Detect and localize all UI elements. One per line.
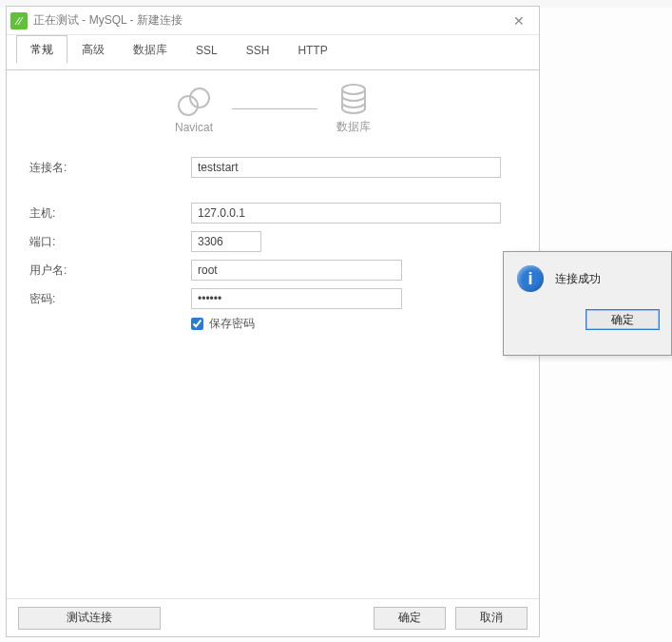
titlebar: 正在测试 - MySQL - 新建连接 ✕ — [7, 7, 539, 35]
illustration-database-label: 数据库 — [336, 119, 371, 135]
tab-general[interactable]: 常规 — [16, 35, 67, 64]
row-password: 密码: — [29, 287, 516, 310]
input-username[interactable] — [191, 260, 402, 281]
navicat-app-icon — [10, 12, 28, 29]
tabs: 常规 高级 数据库 SSL SSH HTTP — [7, 35, 539, 64]
tab-ssl[interactable]: SSL — [182, 35, 232, 64]
svg-point-2 — [342, 85, 365, 94]
tab-ssh[interactable]: SSH — [232, 35, 284, 64]
row-port: 端口: — [29, 230, 516, 253]
tab-http[interactable]: HTTP — [283, 35, 341, 64]
ok-button[interactable]: 确定 — [374, 607, 446, 630]
dialog-title: 正在测试 - MySQL - 新建连接 — [33, 12, 505, 29]
row-username: 用户名: — [29, 259, 516, 282]
tab-advanced[interactable]: 高级 — [67, 35, 119, 64]
input-host[interactable] — [191, 203, 501, 224]
label-username: 用户名: — [29, 263, 191, 279]
form: 连接名: 主机: 端口: 用户名: 密码: 保存密码 — [7, 145, 539, 343]
message-footer: 确定 — [504, 300, 671, 340]
navicat-logo-icon — [175, 85, 213, 117]
illustration-navicat: Navicat — [175, 85, 213, 134]
cancel-button[interactable]: 取消 — [455, 607, 528, 630]
input-password[interactable] — [191, 288, 402, 309]
label-port: 端口: — [29, 234, 191, 250]
test-connection-button[interactable]: 测试连接 — [18, 607, 161, 630]
label-save-password: 保存密码 — [209, 316, 255, 332]
row-host: 主机: — [29, 202, 516, 224]
tab-database[interactable]: 数据库 — [119, 35, 182, 64]
illustration-navicat-label: Navicat — [175, 121, 213, 134]
database-icon — [337, 83, 370, 115]
message-text: 连接成功 — [555, 271, 601, 287]
label-password: 密码: — [29, 291, 191, 307]
input-port[interactable] — [191, 231, 261, 252]
label-host: 主机: — [29, 205, 191, 222]
footer-right-buttons: 确定 取消 — [374, 607, 528, 630]
info-icon: i — [517, 265, 544, 292]
illustration-database: 数据库 — [336, 83, 371, 135]
close-icon[interactable]: ✕ — [505, 7, 533, 35]
message-box: i 连接成功 确定 — [503, 251, 672, 356]
illustration-row: Navicat 数据库 — [7, 64, 539, 145]
tabs-border — [7, 69, 539, 70]
input-connection-name[interactable] — [191, 157, 501, 178]
illustration-connector-line — [232, 108, 317, 109]
dialog-footer: 测试连接 确定 取消 — [7, 598, 539, 636]
label-connection-name: 连接名: — [29, 160, 191, 176]
checkbox-save-password[interactable] — [191, 318, 203, 330]
row-connection-name: 连接名: — [29, 156, 516, 179]
new-connection-dialog: 正在测试 - MySQL - 新建连接 ✕ 常规 高级 数据库 SSL SSH … — [6, 6, 540, 637]
message-body: i 连接成功 — [504, 252, 671, 300]
row-save-password: 保存密码 — [29, 316, 516, 332]
message-ok-button[interactable]: 确定 — [586, 309, 660, 330]
